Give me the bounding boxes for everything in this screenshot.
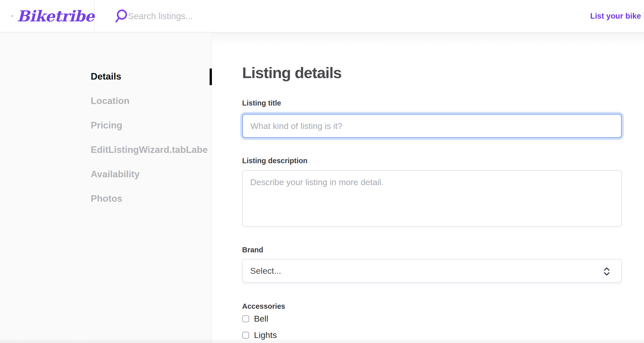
listing-description-label: Listing description <box>242 157 307 165</box>
search-icon <box>113 9 128 24</box>
wizard-nav: Details Location Pricing EditListingWiza… <box>91 64 212 211</box>
list-your-bike-link[interactable]: List your bike <box>590 0 641 32</box>
skull-icon <box>12 7 13 25</box>
tab-photos[interactable]: Photos <box>91 186 212 211</box>
tab-availability[interactable]: Availability <box>91 162 212 186</box>
lights-checkbox-label: Lights <box>254 330 277 340</box>
page-title: Listing details <box>242 64 341 82</box>
accessory-option-bell[interactable]: Bell <box>242 314 268 324</box>
edit-listing-form: Listing details Listing title Listing de… <box>212 32 644 343</box>
active-tab-indicator <box>210 68 212 85</box>
brand-select-value: Select... <box>250 266 281 276</box>
tab-untranslated[interactable]: EditListingWizard.tabLabe <box>91 138 212 162</box>
accessories-label: Accessories <box>242 302 285 311</box>
bell-checkbox-label: Bell <box>254 314 268 324</box>
listing-description-textarea[interactable] <box>242 170 622 227</box>
listing-title-label: Listing title <box>242 99 281 107</box>
chevron-updown-icon <box>602 266 611 277</box>
bell-checkbox[interactable] <box>242 315 249 322</box>
search-bar <box>95 0 447 32</box>
wizard-sidebar: Details Location Pricing EditListingWiza… <box>0 32 212 343</box>
lights-checkbox[interactable] <box>242 332 249 339</box>
search-input[interactable] <box>128 0 355 32</box>
tab-pricing[interactable]: Pricing <box>91 113 212 138</box>
brand-name: Biketribe <box>17 7 94 25</box>
brand-select[interactable]: Select... <box>242 259 622 283</box>
main-panel: Listing details Listing title Listing de… <box>212 32 644 343</box>
tab-location[interactable]: Location <box>91 89 212 113</box>
listing-title-input[interactable] <box>242 114 622 138</box>
tab-details[interactable]: Details <box>91 64 212 89</box>
topbar: Biketribe List your bike <box>0 0 644 32</box>
brand-label: Brand <box>242 246 263 254</box>
accessory-option-lights[interactable]: Lights <box>242 330 277 340</box>
logo-link[interactable]: Biketribe <box>0 0 95 32</box>
